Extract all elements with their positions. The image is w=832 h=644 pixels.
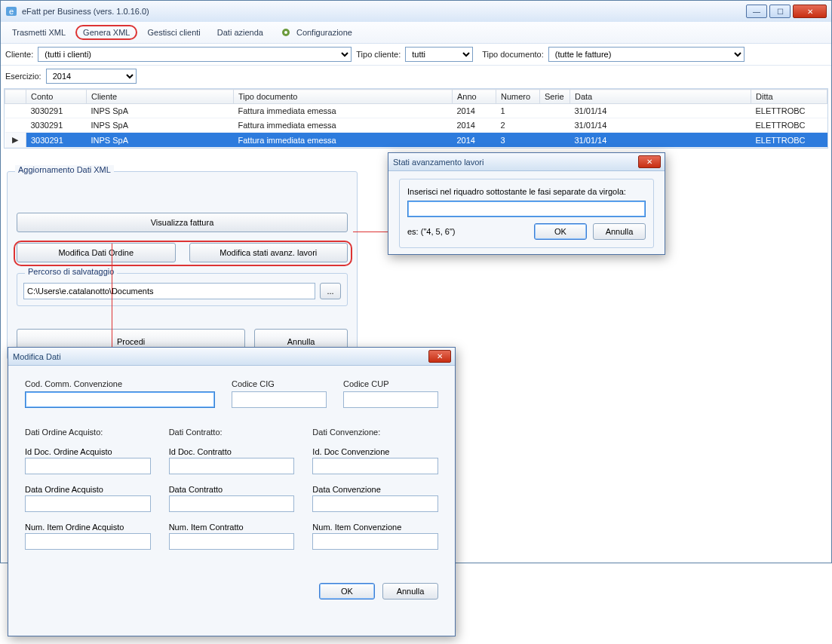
cell-cliente: INPS SpA — [87, 118, 234, 133]
modifica-annulla-button[interactable]: Annulla — [382, 583, 438, 600]
col-tipodoc[interactable]: Tipo documento — [234, 90, 453, 104]
col-cliente[interactable]: Cliente — [87, 90, 234, 104]
contratto-head: Dati Contratto: — [169, 428, 295, 437]
tipocliente-select[interactable]: tutti — [405, 47, 473, 62]
svg-point-3 — [284, 31, 287, 34]
cell-numero: 2 — [496, 118, 540, 133]
col-anno[interactable]: Anno — [453, 90, 496, 104]
convenzione-data-label: Data Convenzione — [312, 485, 438, 494]
contratto-id-label: Id Doc. Contratto — [169, 447, 295, 456]
ordine-head: Dati Ordine Acquisto: — [25, 428, 151, 437]
cell-conto: 3030291 — [26, 133, 87, 148]
app-icon: e — [5, 5, 17, 17]
cell-data: 31/01/14 — [570, 104, 751, 118]
cig-input[interactable] — [232, 391, 327, 408]
cell-tipodoc: Fattura immediata emessa — [234, 104, 453, 118]
cell-data: 31/01/14 — [570, 133, 751, 148]
grid[interactable]: Conto Cliente Tipo documento Anno Numero… — [4, 88, 828, 149]
cell-ditta: ELETTROBC — [751, 104, 827, 118]
cig-label: Codice CIG — [232, 379, 327, 388]
ordine-num-input[interactable] — [25, 533, 151, 550]
tipodoc-label: Tipo documento: — [482, 50, 544, 59]
col-ditta[interactable]: Ditta — [751, 90, 827, 104]
ordine-id-input[interactable] — [25, 458, 151, 474]
cell-conto: 3030291 — [26, 104, 87, 118]
tipodoc-select[interactable]: (tutte le fatture) — [548, 47, 745, 62]
cod-conv-label: Cod. Comm. Convenzione — [25, 379, 215, 388]
stati-avanzamento-dialog: Stati avanzamento lavori ✕ Inserisci nel… — [388, 152, 665, 255]
stati-ok-button[interactable]: OK — [534, 223, 587, 240]
window-minimize-button[interactable]: — — [746, 5, 767, 18]
toolbar: Trasmetti XML Genera XML Gestisci client… — [1, 22, 831, 44]
col-serie[interactable]: Serie — [540, 90, 570, 104]
toolbar-gestisci-clienti[interactable]: Gestisci clienti — [140, 25, 207, 40]
cell-serie — [540, 118, 570, 133]
cliente-label: Cliente: — [5, 50, 33, 59]
modifica-dialog-title: Modifica Dati — [13, 352, 61, 361]
cell-anno: 2014 — [453, 133, 496, 148]
browse-button[interactable]: ... — [320, 283, 341, 299]
modifica-stati-avanz-button[interactable]: Modifica stati avanz. lavori — [189, 243, 348, 262]
contratto-data-input[interactable] — [169, 495, 295, 512]
window-title: eFatt per Business (vers. 1.0.16.0) — [22, 7, 746, 16]
filter-row-1: Cliente: (tutti i clienti) Tipo cliente:… — [1, 44, 831, 66]
contratto-data-label: Data Contratto — [169, 485, 295, 494]
cell-cliente: INPS SpA — [87, 104, 234, 118]
cliente-select[interactable]: (tutti i clienti) — [38, 47, 352, 62]
toolbar-dati-azienda[interactable]: Dati azienda — [210, 25, 270, 40]
window-close-button[interactable]: ✕ — [793, 5, 827, 18]
cup-label: Codice CUP — [343, 379, 438, 388]
stati-dialog-close-button[interactable]: ✕ — [638, 155, 661, 168]
aggiornamento-dati-xml-box: Aggiornamento Dati XML Visualizza fattur… — [7, 171, 358, 360]
cell-tipodoc: Fattura immediata emessa — [234, 133, 453, 148]
table-row[interactable]: 3030291INPS SpAFattura immediata emessa2… — [5, 118, 827, 133]
modifica-dati-ordine-button[interactable]: Modifica Dati Ordine — [17, 243, 176, 262]
filter-row-2: Esercizio: 2014 — [1, 66, 831, 87]
cell-anno: 2014 — [453, 118, 496, 133]
convenzione-id-input[interactable] — [312, 458, 438, 474]
stati-example: es: ("4, 5, 6") — [407, 227, 534, 236]
modifica-ok-button[interactable]: OK — [319, 583, 375, 600]
cell-numero: 1 — [496, 104, 540, 118]
row-pointer — [5, 118, 26, 133]
cell-anno: 2014 — [453, 104, 496, 118]
gear-icon — [281, 27, 291, 38]
cell-serie — [540, 104, 570, 118]
cell-serie — [540, 133, 570, 148]
percorso-input[interactable] — [23, 283, 315, 299]
esercizio-select[interactable]: 2014 — [46, 69, 137, 84]
convenzione-num-label: Num. Item Convenzione — [312, 523, 438, 532]
percorso-legend: Percorso di salvataggio — [25, 267, 117, 276]
xmlbox-legend: Aggiornamento Dati XML — [15, 165, 114, 174]
stati-dialog-title: Stati avanzamento lavori — [393, 158, 484, 167]
window-maximize-button[interactable]: ☐ — [769, 5, 791, 18]
visualizza-fattura-button[interactable]: Visualizza fattura — [17, 213, 348, 232]
convenzione-data-input[interactable] — [312, 495, 438, 512]
convenzione-id-label: Id. Doc Convenzione — [312, 447, 438, 456]
table-row[interactable]: ▶3030291INPS SpAFattura immediata emessa… — [5, 133, 827, 148]
stati-instruction: Inserisci nel riquadro sottostante le fa… — [407, 187, 646, 196]
toolbar-genera-xml[interactable]: Genera XML — [75, 25, 137, 40]
convenzione-num-input[interactable] — [312, 533, 438, 550]
row-pointer: ▶ — [5, 133, 26, 148]
toolbar-trasmetti-xml[interactable]: Trasmetti XML — [5, 25, 72, 40]
stati-input[interactable] — [407, 201, 646, 217]
contratto-num-input[interactable] — [169, 533, 295, 550]
col-conto[interactable]: Conto — [26, 90, 87, 104]
contratto-num-label: Num. Item Contratto — [169, 523, 295, 532]
ordine-data-input[interactable] — [25, 495, 151, 512]
col-data[interactable]: Data — [570, 90, 751, 104]
contratto-id-input[interactable] — [169, 458, 295, 474]
title-bar[interactable]: e eFatt per Business (vers. 1.0.16.0) — … — [0, 0, 832, 22]
table-row[interactable]: 3030291INPS SpAFattura immediata emessa2… — [5, 104, 827, 118]
modifica-dialog-close-button[interactable]: ✕ — [428, 350, 451, 363]
stati-annulla-button[interactable]: Annulla — [593, 223, 646, 240]
col-numero[interactable]: Numero — [496, 90, 540, 104]
cod-conv-input[interactable] — [25, 391, 215, 408]
cell-ditta: ELETTROBC — [751, 133, 827, 148]
cup-input[interactable] — [343, 391, 438, 408]
toolbar-configurazione[interactable]: Configurazione — [296, 25, 359, 40]
cell-conto: 3030291 — [26, 118, 87, 133]
cell-data: 31/01/14 — [570, 118, 751, 133]
svg-text:e: e — [9, 7, 14, 16]
